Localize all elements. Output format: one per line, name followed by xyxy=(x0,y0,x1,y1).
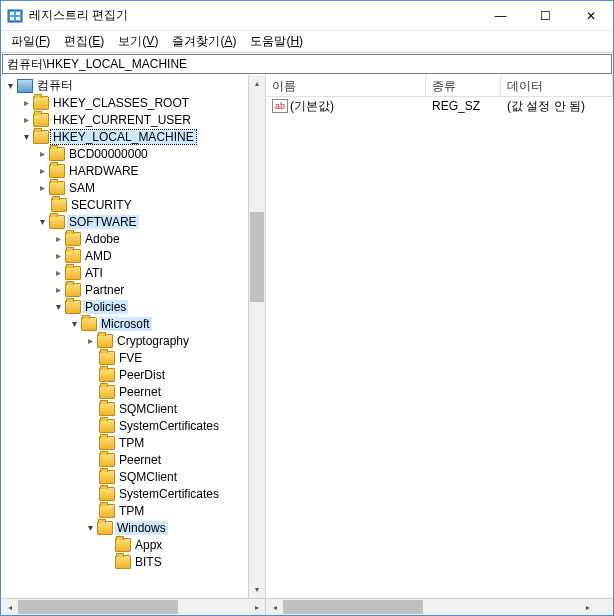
scroll-up-button[interactable]: ▴ xyxy=(249,75,265,92)
tree-label: SECURITY xyxy=(69,198,134,212)
list-body[interactable]: ab (기본값) REG_SZ (값 설정 안 됨) xyxy=(266,97,613,598)
scroll-down-button[interactable]: ▾ xyxy=(249,581,265,598)
expand-icon[interactable]: ▸ xyxy=(35,164,49,178)
window-title: 레지스트리 편집기 xyxy=(29,7,478,24)
tree-node-peerdist[interactable]: PeerDist xyxy=(1,366,265,383)
column-type[interactable]: 종류 xyxy=(426,75,501,96)
tree-node-bits[interactable]: BITS xyxy=(1,553,265,570)
list-pane: 이름 종류 데이터 ab (기본값) REG_SZ (값 설정 안 됨) ◂ ▸ xyxy=(266,75,613,615)
expand-icon[interactable]: ▸ xyxy=(19,96,33,110)
tree-node-software[interactable]: ▾ SOFTWARE xyxy=(1,213,265,230)
tree-node-sam[interactable]: ▸ SAM xyxy=(1,179,265,196)
tree-node-cryptography[interactable]: ▸ Cryptography xyxy=(1,332,265,349)
scroll-thumb[interactable] xyxy=(250,212,264,302)
folder-icon xyxy=(99,402,115,416)
expand-icon[interactable]: ▸ xyxy=(51,232,65,246)
folder-icon xyxy=(65,249,81,263)
list-horizontal-scrollbar[interactable]: ◂ ▸ xyxy=(266,598,613,615)
scroll-right-button[interactable]: ▸ xyxy=(579,599,596,615)
expand-icon[interactable]: ▸ xyxy=(19,113,33,127)
folder-icon xyxy=(65,283,81,297)
column-data[interactable]: 데이터 xyxy=(501,75,613,96)
expand-icon[interactable]: ▾ xyxy=(67,317,81,331)
tree-node-hkcr[interactable]: ▸ HKEY_CLASSES_ROOT xyxy=(1,94,265,111)
tree-label: SAM xyxy=(67,181,97,195)
tree-scroll[interactable]: ▾ 컴퓨터 ▸ HKEY_CLASSES_ROOT ▸ HKEY_CURRENT… xyxy=(1,75,265,598)
menu-favorites[interactable]: 즐겨찾기(A) xyxy=(166,31,242,52)
scroll-thumb[interactable] xyxy=(283,600,423,614)
expand-icon[interactable]: ▾ xyxy=(51,300,65,314)
expand-icon[interactable]: ▸ xyxy=(35,181,49,195)
tree-label: Policies xyxy=(83,300,128,314)
expand-icon[interactable]: ▾ xyxy=(83,521,97,535)
tree-node-hardware[interactable]: ▸ HARDWARE xyxy=(1,162,265,179)
tree-node-fve[interactable]: FVE xyxy=(1,349,265,366)
tree-node-computer[interactable]: ▾ 컴퓨터 xyxy=(1,77,265,94)
tree-label: FVE xyxy=(117,351,144,365)
tree-node-sqmclient1[interactable]: SQMClient xyxy=(1,400,265,417)
tree-node-tpm1[interactable]: TPM xyxy=(1,434,265,451)
menu-edit[interactable]: 편집(E) xyxy=(58,31,110,52)
tree-node-systemcert1[interactable]: SystemCertificates xyxy=(1,417,265,434)
menu-file[interactable]: 파일(F) xyxy=(5,31,56,52)
tree-node-bcd[interactable]: ▸ BCD00000000 xyxy=(1,145,265,162)
folder-icon xyxy=(49,215,65,229)
tree-node-microsoft[interactable]: ▾ Microsoft xyxy=(1,315,265,332)
column-name[interactable]: 이름 xyxy=(266,75,426,96)
scroll-track[interactable] xyxy=(18,599,248,615)
expand-icon[interactable]: ▾ xyxy=(35,215,49,229)
scroll-thumb[interactable] xyxy=(18,600,178,614)
scroll-right-button[interactable]: ▸ xyxy=(248,599,265,615)
minimize-button[interactable]: — xyxy=(478,1,523,30)
scroll-left-button[interactable]: ◂ xyxy=(1,599,18,615)
expand-icon[interactable]: ▸ xyxy=(51,283,65,297)
address-bar[interactable]: 컴퓨터\HKEY_LOCAL_MACHINE xyxy=(2,54,612,74)
address-text: 컴퓨터\HKEY_LOCAL_MACHINE xyxy=(7,57,187,71)
tree-horizontal-scrollbar[interactable]: ◂ ▸ xyxy=(1,598,265,615)
tree-label: PeerDist xyxy=(117,368,167,382)
tree-label: AMD xyxy=(83,249,114,263)
tree-node-ati[interactable]: ▸ ATI xyxy=(1,264,265,281)
menu-view[interactable]: 보기(V) xyxy=(112,31,164,52)
list-row[interactable]: ab (기본값) REG_SZ (값 설정 안 됨) xyxy=(266,97,613,115)
tree-node-tpm2[interactable]: TPM xyxy=(1,502,265,519)
tree-label: SystemCertificates xyxy=(117,419,221,433)
tree-node-adobe[interactable]: ▸ Adobe xyxy=(1,230,265,247)
scroll-left-button[interactable]: ◂ xyxy=(266,599,283,615)
tree-node-security[interactable]: SECURITY xyxy=(1,196,265,213)
tree-vertical-scrollbar[interactable]: ▴ ▾ xyxy=(248,75,265,598)
folder-icon xyxy=(99,419,115,433)
scroll-track[interactable] xyxy=(283,599,579,615)
tree-node-peernet2[interactable]: Peernet xyxy=(1,451,265,468)
tree-node-sqmclient2[interactable]: SQMClient xyxy=(1,468,265,485)
folder-icon xyxy=(49,181,65,195)
tree-node-amd[interactable]: ▸ AMD xyxy=(1,247,265,264)
close-button[interactable]: ✕ xyxy=(568,1,613,30)
tree-node-peernet1[interactable]: Peernet xyxy=(1,383,265,400)
scroll-track[interactable] xyxy=(249,92,265,581)
cell-type: REG_SZ xyxy=(426,99,501,113)
tree-node-windows[interactable]: ▾ Windows xyxy=(1,519,265,536)
tree-label: SQMClient xyxy=(117,470,179,484)
list-header: 이름 종류 데이터 xyxy=(266,75,613,97)
folder-icon xyxy=(99,470,115,484)
size-grip[interactable] xyxy=(596,599,613,615)
expand-icon[interactable]: ▸ xyxy=(51,249,65,263)
expand-icon[interactable]: ▾ xyxy=(3,79,17,93)
tree-node-partner[interactable]: ▸ Partner xyxy=(1,281,265,298)
tree-node-policies[interactable]: ▾ Policies xyxy=(1,298,265,315)
menu-help[interactable]: 도움말(H) xyxy=(244,31,309,52)
expand-icon[interactable]: ▸ xyxy=(35,147,49,161)
folder-icon xyxy=(99,385,115,399)
cell-name: ab (기본값) xyxy=(266,98,426,115)
tree-node-hkcu[interactable]: ▸ HKEY_CURRENT_USER xyxy=(1,111,265,128)
maximize-button[interactable]: ☐ xyxy=(523,1,568,30)
tree-node-hklm[interactable]: ▾ HKEY_LOCAL_MACHINE xyxy=(1,128,265,145)
expand-icon[interactable]: ▾ xyxy=(19,130,33,144)
folder-icon xyxy=(81,317,97,331)
tree-node-systemcert2[interactable]: SystemCertificates xyxy=(1,485,265,502)
tree-node-appx[interactable]: Appx xyxy=(1,536,265,553)
expand-icon[interactable]: ▸ xyxy=(51,266,65,280)
titlebar[interactable]: 레지스트리 편집기 — ☐ ✕ xyxy=(1,1,613,31)
expand-icon[interactable]: ▸ xyxy=(83,334,97,348)
